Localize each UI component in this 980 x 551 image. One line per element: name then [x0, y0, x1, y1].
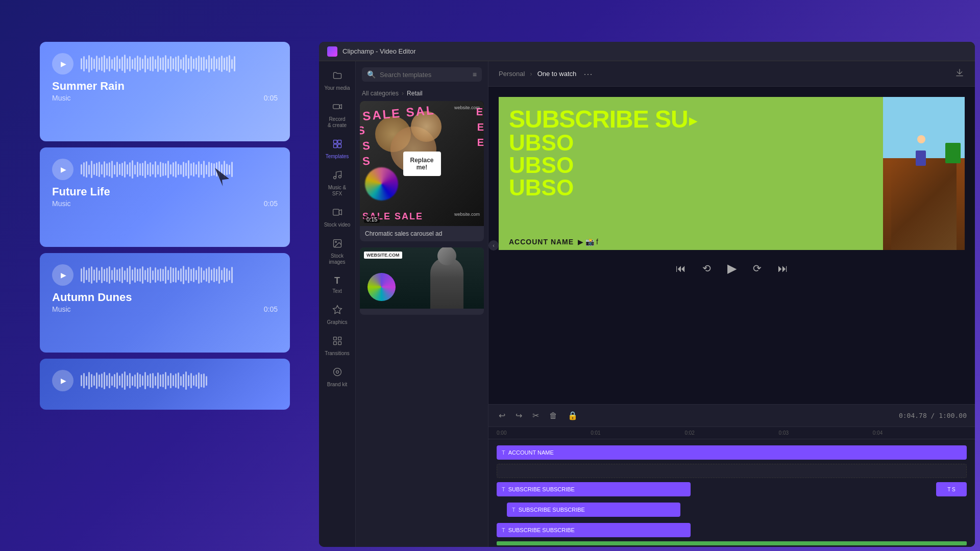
stock-video-icon — [332, 207, 342, 220]
template-name-chromatic-sales: Chromatic sales carousel ad — [360, 226, 484, 241]
music-card-partial[interactable] — [40, 359, 290, 410]
music-title-1: Summer Rain — [52, 80, 125, 93]
music-card-future-life[interactable]: Future Life Music 0:05 — [40, 147, 290, 247]
preview-subscribe-line3: UBSO — [509, 154, 873, 177]
ruler-mark-0: 0:00 — [497, 430, 591, 436]
subscribe-clip-row-1: T SUBSCRIBE SUBSCRIBE T S — [488, 480, 975, 498]
breadcrumb-arrow-icon: › — [530, 70, 532, 78]
svg-rect-1 — [333, 140, 337, 144]
ruler-mark-3: 0:03 — [779, 430, 873, 436]
music-card-autumn-dunes[interactable]: Autumn Dunes Music 0:05 — [40, 253, 290, 353]
sidebar: Your media Record& create Templates Musi… — [319, 61, 356, 547]
time-total: 1:00.00 — [939, 412, 967, 419]
ruler-marks: 0:00 0:01 0:02 0:03 0:04 — [497, 430, 967, 436]
window-title: Clipchamp - Video Editor — [342, 47, 416, 55]
subscribe-clip-label-2: SUBSCRIBE SUBSCRIBE — [519, 507, 585, 513]
clip-t-icon-3: T — [502, 527, 505, 533]
waveform-autumn-dunes — [81, 265, 278, 285]
time-current: 0:04.78 — [899, 412, 927, 419]
sidebar-item-stock-images[interactable]: Stock images — [321, 234, 354, 269]
play-pause-button[interactable]: ▶ — [724, 258, 740, 279]
svg-point-16 — [336, 371, 338, 373]
ruler-mark-1: 0:01 — [591, 430, 684, 436]
search-icon: 🔍 — [367, 70, 376, 79]
editor-main: Personal › One to watch ⋯ ‹ SUBSCRIBE SU — [488, 61, 975, 547]
redo-button[interactable]: ↪ — [513, 409, 524, 422]
sidebar-item-music-sfx[interactable]: Music & SFX — [321, 166, 354, 201]
play-button-summer-rain[interactable] — [52, 53, 74, 74]
timeline-ruler: 0:00 0:01 0:02 0:03 0:04 — [488, 427, 975, 439]
account-name-clip[interactable]: T ACCOUNT NAME — [497, 445, 967, 460]
waveform-summer-rain — [81, 54, 278, 73]
preview-main: SUBSCRIBE SU▶ UBSO UBSO UBSO ACCOUNT NAM… — [499, 97, 883, 250]
skip-back-button[interactable]: ⏮ — [673, 260, 689, 278]
subscribe-clip-2[interactable]: T SUBSCRIBE SUBSCRIBE — [507, 503, 680, 517]
breadcrumb-parent[interactable]: All categories — [362, 90, 399, 97]
replace-me-box: Replaceme! — [403, 152, 440, 176]
svg-point-15 — [333, 368, 341, 376]
play-button-autumn-dunes[interactable] — [52, 264, 74, 286]
subscribe-clip-3[interactable]: T SUBSCRIBE SUBSCRIBE — [497, 523, 691, 537]
sidebar-item-brand-kit[interactable]: Brand kit — [321, 363, 354, 392]
sidebar-item-your-media[interactable]: Your media — [321, 66, 354, 95]
search-bar[interactable]: 🔍 ≡ — [362, 67, 482, 82]
more-options-icon[interactable]: ⋯ — [583, 68, 593, 80]
sidebar-label-stock-images: Stock images — [323, 253, 352, 265]
undo-button[interactable]: ↩ — [497, 409, 507, 422]
filter-icon[interactable]: ≡ — [473, 70, 477, 79]
template-card-chromatic-sales[interactable]: SALE SAL S S S E E E website.com website… — [360, 101, 484, 241]
music-subtitle-2: Music — [52, 199, 110, 208]
play-button-future-life[interactable] — [52, 159, 74, 180]
sidebar-item-transitions[interactable]: Transitions — [321, 332, 354, 361]
youtube-icon: ▶ — [578, 238, 583, 246]
save-icon[interactable] — [954, 67, 965, 80]
forward-button[interactable]: ⟳ — [750, 259, 765, 278]
sidebar-item-graphics[interactable]: Graphics — [321, 300, 354, 330]
svg-point-5 — [333, 177, 336, 179]
search-input[interactable] — [380, 71, 469, 79]
skip-forward-button[interactable]: ⏭ — [775, 260, 791, 278]
stock-images-icon — [332, 238, 342, 251]
music-icon — [332, 170, 342, 183]
svg-rect-0 — [333, 105, 339, 109]
template-card-subscribe[interactable]: WEBSITE.COM — [360, 247, 484, 315]
sidebar-item-stock-video[interactable]: Stock video — [321, 203, 354, 232]
music-card-summer-rain[interactable]: Summer Rain Music 0:05 — [40, 42, 290, 141]
rewind-button[interactable]: ⟲ — [699, 259, 714, 278]
editor-header: Personal › One to watch ⋯ — [488, 61, 975, 87]
templates-list: SALE SAL S S S E E E website.com website… — [356, 101, 488, 547]
project-name[interactable]: One to watch — [537, 70, 577, 78]
preview-account-bar: ACCOUNT NAME ▶ 📸 f — [499, 234, 883, 250]
collapse-panel-button[interactable]: ‹ — [488, 240, 499, 251]
breadcrumb-personal[interactable]: Personal — [499, 70, 525, 78]
brand-icon — [332, 367, 342, 380]
sidebar-item-text[interactable]: T Text — [321, 271, 354, 298]
subscribe-clip-label-1: SUBSCRIBE SUBSCRIBE — [508, 486, 575, 492]
svg-rect-7 — [333, 209, 339, 215]
cut-button[interactable]: ✂ — [530, 409, 541, 422]
svg-rect-3 — [333, 144, 337, 148]
music-panel: Summer Rain Music 0:05 Future Life Music… — [40, 42, 290, 410]
green-audio-bar[interactable] — [497, 541, 967, 545]
social-icons: ▶ 📸 f — [578, 238, 598, 246]
ruler-mark-2: 0:02 — [684, 430, 778, 436]
sidebar-item-templates[interactable]: Templates — [321, 135, 354, 164]
timeline-area: ↩ ↪ ✂ 🗑 🔒 0:04.78 / 1:00.00 0:00 — [488, 404, 975, 547]
template-website-bottom: website.com — [454, 212, 480, 217]
playback-controls: ⏮ ⟲ ▶ ⟳ ⏭ — [673, 258, 791, 279]
preview-side — [883, 97, 965, 250]
sidebar-label-music-sfx: Music & SFX — [323, 185, 352, 197]
play-button-partial[interactable] — [52, 370, 74, 391]
empty-track-1 — [497, 464, 967, 478]
sidebar-item-record-create[interactable]: Record& create — [321, 97, 354, 133]
lock-button[interactable]: 🔒 — [566, 409, 580, 422]
timeline-toolbar: ↩ ↪ ✂ 🗑 🔒 0:04.78 / 1:00.00 — [488, 405, 975, 427]
delete-button[interactable]: 🗑 — [547, 409, 559, 422]
svg-rect-13 — [333, 342, 336, 345]
clipchamp-window: Clipchamp - Video Editor Your media Reco… — [319, 42, 975, 547]
svg-point-9 — [335, 241, 336, 243]
subscribe-clip-1[interactable]: T SUBSCRIBE SUBSCRIBE — [497, 482, 691, 496]
time-separator: / — [931, 412, 939, 419]
preview-subscribe-line4: UBSO — [509, 177, 873, 199]
subscribe-clip-1-right: T S — [936, 482, 967, 496]
